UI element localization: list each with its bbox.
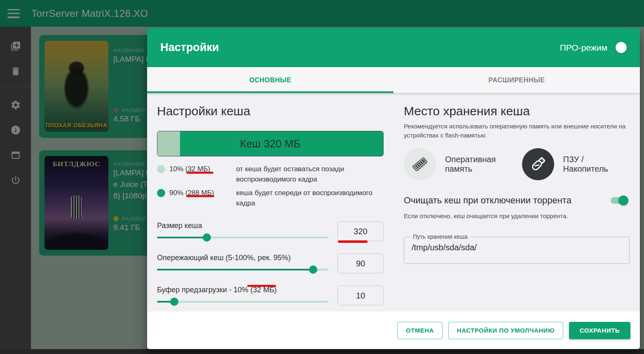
dialog-body: Настройки кеша Кеш 320 МБ 10% (32 МБ) от… bbox=[147, 93, 640, 312]
dialog-header: Настройки ПРО-режим bbox=[147, 28, 640, 67]
storage-note: Рекомендуется использовать оперативную п… bbox=[404, 122, 628, 140]
cache-size-input[interactable] bbox=[337, 221, 384, 241]
active-tab-indicator bbox=[147, 91, 393, 93]
ram-icon bbox=[410, 154, 430, 174]
clear-cache-toggle-label: Очищать кеш при отключении торрента bbox=[404, 195, 571, 206]
save-button[interactable]: СОХРАНИТЬ bbox=[569, 322, 630, 339]
settings-dialog: Настройки ПРО-режим ОСНОВНЫЕ РАСШИРЕННЫЕ… bbox=[147, 28, 640, 349]
cache-settings-section: Настройки кеша Кеш 320 МБ 10% (32 МБ) от… bbox=[147, 93, 393, 312]
preload-buffer-input[interactable] bbox=[337, 286, 384, 305]
rom-option-button[interactable] bbox=[522, 148, 554, 180]
annotation-underline-back-cache bbox=[186, 172, 213, 174]
preload-buffer-slider-label: Буфер предзагрузки - 10% (32 МБ) bbox=[157, 285, 328, 295]
clear-cache-toggle[interactable] bbox=[611, 197, 627, 204]
usb-drive-icon bbox=[529, 155, 548, 174]
pro-mode-toggle[interactable] bbox=[616, 42, 627, 53]
annotation-underline-front-cache bbox=[186, 195, 214, 197]
cache-heading: Настройки кеша bbox=[157, 104, 384, 119]
cache-size-bar: Кеш 320 МБ bbox=[157, 131, 384, 156]
screen: TorrServer MatriX.126.XO ПЛОХАЯ ОБЕЗЬЯНА bbox=[0, 0, 644, 354]
clear-cache-hint: Если отключено, кеш очищается при удален… bbox=[404, 212, 630, 219]
legend-dot-back bbox=[157, 165, 165, 173]
slider-thumb[interactable] bbox=[203, 233, 211, 242]
legend-dot-front bbox=[157, 189, 165, 197]
pro-mode-label: ПРО-режим bbox=[560, 43, 607, 53]
storage-section: Место хранения кеша Рекомендуется исполь… bbox=[393, 93, 640, 312]
defaults-button[interactable]: НАСТРОЙКИ ПО УМОЛЧАНИЮ bbox=[448, 322, 563, 339]
storage-heading: Место хранения кеша bbox=[404, 104, 630, 119]
legend-percent: 10% (32 МБ) bbox=[169, 164, 232, 184]
tab-bar: ОСНОВНЫЕ РАСШИРЕННЫЕ bbox=[147, 67, 640, 93]
legend-description: кеша будет спереди от воспроизводимого к… bbox=[236, 188, 384, 208]
legend-percent: 90% (288 МБ) bbox=[169, 188, 232, 208]
annotation-underline-cache-size bbox=[338, 240, 368, 243]
ram-option-label: Оперативная память bbox=[445, 155, 512, 174]
slider-thumb[interactable] bbox=[309, 266, 317, 274]
cache-path-label: Путь хранения кеша bbox=[410, 233, 471, 240]
cache-size-slider-label: Размер кеша bbox=[157, 221, 328, 231]
readahead-slider[interactable] bbox=[157, 265, 328, 274]
ram-option-button[interactable] bbox=[404, 148, 436, 180]
dialog-footer: ОТМЕНА НАСТРОЙКИ ПО УМОЛЧАНИЮ СОХРАНИТЬ bbox=[147, 312, 640, 349]
readahead-slider-label: Опережающий кеш (5-100%, рек. 95%) bbox=[157, 253, 328, 263]
storage-options: Оперативная память ПЗУ / На bbox=[404, 148, 630, 180]
cancel-button[interactable]: ОТМЕНА bbox=[397, 322, 443, 339]
tab-advanced[interactable]: РАСШИРЕННЫЕ bbox=[393, 67, 640, 93]
cache-size-slider[interactable] bbox=[157, 233, 328, 242]
cache-path-field: Путь хранения кеша bbox=[404, 237, 630, 264]
rom-option-label: ПЗУ / Накопитель bbox=[563, 155, 620, 174]
slider-thumb[interactable] bbox=[170, 298, 178, 306]
annotation-underline-preload-buffer bbox=[247, 285, 276, 287]
legend-description: от кеша будет оставаться позади воспроиз… bbox=[236, 164, 384, 184]
dialog-title: Настройки bbox=[160, 41, 219, 54]
tab-main[interactable]: ОСНОВНЫЕ bbox=[147, 67, 393, 93]
readahead-input[interactable] bbox=[337, 254, 384, 273]
cache-bar-label: Кеш 320 МБ bbox=[157, 131, 383, 156]
cache-legend: 10% (32 МБ) от кеша будет оставаться поз… bbox=[157, 164, 384, 208]
preload-buffer-slider[interactable] bbox=[157, 297, 328, 306]
cache-path-input[interactable] bbox=[404, 237, 629, 263]
